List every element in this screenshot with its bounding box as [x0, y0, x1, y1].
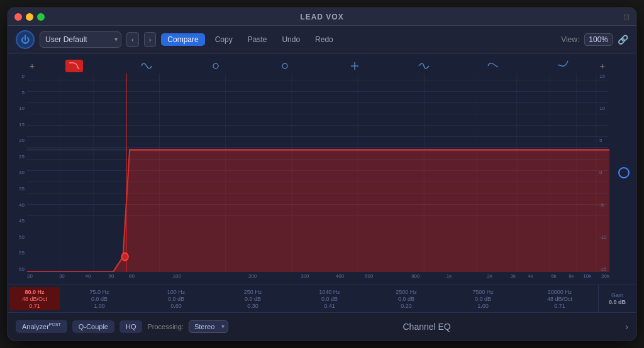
redo-button[interactable]: Redo [310, 33, 338, 46]
maximize-button[interactable] [37, 13, 45, 21]
band7-icon[interactable] [487, 60, 499, 72]
zero-line [27, 148, 608, 148]
db-label-60: 60 [11, 266, 25, 272]
freq-label-3k: 3k [511, 273, 516, 279]
grid-line [27, 204, 608, 205]
close-button[interactable] [14, 13, 22, 21]
band6-q: 0.20 [401, 303, 412, 309]
processing-label: Processing: [147, 323, 183, 330]
freq-label-8k: 8k [569, 273, 574, 279]
freq-label-200: 200 [248, 273, 257, 279]
band5-info[interactable]: 1040 Hz 0.0 dB 0.41 [291, 285, 368, 312]
band4-gain: 0.0 dB [245, 296, 261, 302]
grid-line [27, 193, 608, 193]
db-right-10: 10 [599, 106, 609, 111]
undo-button[interactable]: Undo [277, 33, 305, 46]
freq-label-300: 300 [301, 273, 309, 279]
band1-handle[interactable] [121, 253, 128, 261]
band7-info[interactable]: 7500 Hz 0.0 dB 1.00 [445, 285, 521, 312]
band1-info[interactable]: 80.0 Hz 48 dB/Oct 0.71 [9, 287, 60, 310]
db-label-5: 5 [11, 90, 25, 95]
link-icon[interactable]: 🔗 [618, 35, 628, 45]
freq-label-50: 50 [109, 273, 114, 279]
preset-selector-wrapper: User Default ▾ [40, 31, 121, 48]
band7-freq: 7500 Hz [472, 289, 494, 295]
band1-icon[interactable] [65, 60, 83, 72]
gain-label: Gain [611, 292, 623, 298]
processing-select[interactable]: Stereo [189, 320, 228, 333]
gain-knob[interactable] [618, 167, 630, 178]
grid-line [27, 114, 608, 114]
band1-gain: 48 dB/Oct [22, 296, 47, 302]
band8-q: 0.71 [554, 303, 565, 309]
grid-line [27, 125, 608, 126]
resize-icon[interactable]: ⊡ [623, 13, 630, 21]
band8-info[interactable]: 20000 Hz 48 dB/Oct 0.71 [521, 285, 598, 312]
band8-icon[interactable] [557, 60, 569, 72]
band1-freq: 80.0 Hz [25, 289, 44, 295]
band5-icon[interactable] [348, 60, 361, 72]
band1-q: 0.71 [29, 303, 40, 309]
band6-gain: 0.0 dB [398, 296, 414, 302]
view-value[interactable]: 100% [584, 33, 613, 46]
paste-button[interactable]: Paste [243, 33, 272, 46]
add-band-left-button[interactable]: + [27, 61, 37, 71]
grid-line [27, 159, 608, 160]
grid-line [27, 91, 608, 92]
band4-icon[interactable] [279, 60, 291, 72]
db-label-55: 55 [11, 250, 25, 256]
power-button[interactable]: ⏻ [16, 30, 35, 49]
band2-icon[interactable] [140, 60, 153, 72]
band4-info[interactable]: 250 Hz 0.0 dB 0.30 [214, 285, 291, 312]
freq-label-6k: 6k [551, 273, 556, 279]
db-right-5: 5 [599, 138, 609, 143]
hq-button[interactable]: HQ [119, 320, 143, 333]
band-info-row: 80.0 Hz 48 dB/Oct 0.71 75.0 Hz 0.0 dB 1.… [8, 285, 636, 312]
gain-knob-area [612, 73, 636, 272]
toolbar: ⏻ User Default ▾ ‹ › Compare Copy Paste … [8, 26, 636, 53]
grid-line [27, 80, 608, 80]
grid-line [27, 136, 608, 137]
freq-label-100: 100 [173, 273, 181, 279]
freq-label-40: 40 [86, 273, 91, 279]
db-label-20: 20 [11, 138, 25, 143]
band5-gain: 0.0 dB [321, 296, 338, 302]
band5-q: 0.41 [324, 303, 335, 309]
db-right-n5: -5 [599, 202, 609, 208]
q-couple-button[interactable]: Q-Couple [72, 320, 114, 333]
collapse-button[interactable]: › [625, 322, 628, 332]
prev-preset-button[interactable]: ‹ [126, 32, 139, 47]
add-band-right-button[interactable]: + [597, 61, 608, 71]
db-label-30: 30 [11, 170, 25, 175]
compare-button[interactable]: Compare [161, 33, 204, 46]
band2-info[interactable]: 75.0 Hz 0.0 dB 1.00 [61, 285, 138, 312]
copy-button[interactable]: Copy [210, 33, 238, 46]
freq-label-20: 20 [27, 273, 33, 279]
view-label: View: [561, 35, 579, 44]
band5-freq: 1040 Hz [319, 289, 340, 295]
analyzer-button[interactable]: AnalyzerPOST [16, 320, 67, 333]
bottom-bar: AnalyzerPOST Q-Couple HQ Processing: Ste… [8, 312, 636, 340]
eq-curve-svg[interactable] [27, 73, 609, 272]
band6-info[interactable]: 2500 Hz 0.0 dB 0.20 [368, 285, 445, 312]
minimize-button[interactable] [26, 13, 33, 21]
freq-label-400: 400 [336, 273, 344, 279]
freq-label-20k: 20k [601, 273, 609, 279]
preset-select[interactable]: User Default [40, 31, 121, 48]
main-window: LEAD VOX ⊡ ⏻ User Default ▾ ‹ › Compare … [8, 8, 636, 340]
band3-icon[interactable] [209, 60, 222, 72]
grid-line [27, 102, 608, 103]
band3-freq: 100 Hz [167, 289, 186, 295]
freq-label-800: 800 [411, 273, 419, 279]
freq-label-10k: 10k [583, 273, 591, 279]
band3-info[interactable]: 100 Hz 0.0 dB 0.60 [138, 285, 214, 312]
processing-selector-wrapper: Stereo ▾ [189, 320, 228, 333]
next-preset-button[interactable]: › [144, 32, 157, 47]
db-label-35: 35 [11, 186, 25, 192]
band2-q: 1.00 [94, 303, 105, 309]
db-right-0: 0 [599, 170, 609, 175]
band4-freq: 250 Hz [244, 289, 262, 295]
band6-icon[interactable] [418, 60, 430, 72]
freq-label-500: 500 [365, 273, 373, 279]
band8-gain: 48 dB/Oct [547, 296, 572, 302]
